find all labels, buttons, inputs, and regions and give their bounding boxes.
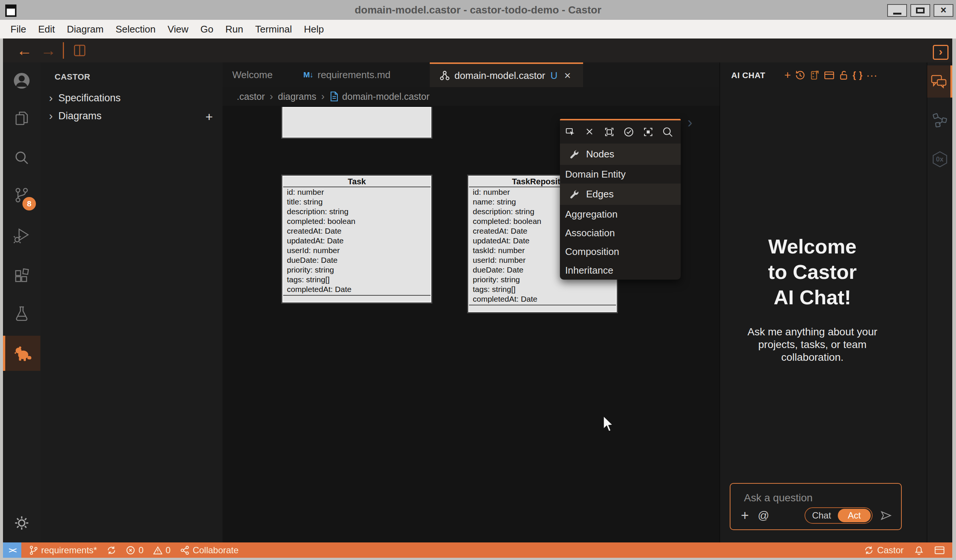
diagram-canvas[interactable]: Task id: number title: string descriptio… bbox=[223, 106, 720, 543]
status-bar: >< requirements* 0 bbox=[3, 543, 952, 558]
hex-label: 0x bbox=[931, 151, 948, 168]
bell-icon[interactable] bbox=[914, 545, 924, 555]
menu-run[interactable]: Run bbox=[220, 24, 250, 35]
sidebar-item-diagrams[interactable]: › Diagrams bbox=[45, 108, 223, 124]
menu-help[interactable]: Help bbox=[298, 24, 330, 35]
tab-welcome[interactable]: Welcome bbox=[223, 63, 294, 87]
split-editor-icon[interactable] bbox=[73, 44, 86, 57]
breadcrumb-file[interactable]: domain-model.castor bbox=[342, 91, 429, 102]
palette-item-domain-entity[interactable]: Domain Entity bbox=[560, 165, 681, 184]
ai-chat-activity-item[interactable] bbox=[927, 66, 952, 97]
braces-icon[interactable]: { } bbox=[853, 71, 863, 80]
menu-go[interactable]: Go bbox=[195, 24, 220, 35]
partial-node[interactable] bbox=[281, 107, 432, 139]
castor-activity-item[interactable] bbox=[3, 336, 40, 371]
explorer-icon[interactable] bbox=[13, 109, 30, 126]
graph-view-icon[interactable] bbox=[931, 112, 948, 129]
chevron-right-icon: › bbox=[45, 92, 57, 104]
tab-requirements[interactable]: M↓ requirements.md bbox=[294, 63, 430, 87]
send-icon[interactable] bbox=[880, 510, 892, 521]
maximize-button[interactable] bbox=[910, 4, 930, 17]
select-tool-icon[interactable] bbox=[565, 126, 576, 138]
menu-bar: File Edit Diagram Selection View Go Run … bbox=[0, 20, 956, 39]
minimize-icon bbox=[893, 13, 901, 14]
error-icon bbox=[126, 546, 135, 555]
castor-status[interactable]: Castor bbox=[864, 545, 904, 555]
add-diagram-button[interactable]: + bbox=[205, 110, 213, 123]
fit-view-icon[interactable] bbox=[604, 126, 615, 138]
menu-diagram[interactable]: Diagram bbox=[61, 24, 110, 35]
branch-status[interactable]: requirements* bbox=[29, 545, 97, 555]
chat-input-box[interactable]: Ask a question + @ Chat Act bbox=[730, 483, 902, 530]
more-actions-icon[interactable]: ··· bbox=[866, 69, 877, 81]
mode-chat-option[interactable]: Chat bbox=[805, 510, 838, 521]
menu-selection[interactable]: Selection bbox=[110, 24, 162, 35]
sidebar-item-specifications[interactable]: › Specifications bbox=[45, 90, 223, 106]
breadcrumb-castor[interactable]: .castor bbox=[237, 91, 265, 102]
collaborate-icon bbox=[180, 546, 189, 555]
palette-item-aggregation[interactable]: Aggregation bbox=[560, 205, 681, 224]
tab-bar: Welcome M↓ requirements.md domain-model.… bbox=[223, 63, 720, 87]
uml-node-task[interactable]: Task id: number title: string descriptio… bbox=[281, 174, 432, 304]
new-chat-icon[interactable]: + bbox=[784, 69, 791, 81]
file-icon bbox=[330, 91, 338, 102]
window-icon bbox=[5, 5, 16, 17]
palette-item-association[interactable]: Association bbox=[560, 224, 681, 242]
chevron-right-icon: › bbox=[270, 91, 273, 102]
minimize-button[interactable] bbox=[887, 4, 907, 17]
palette-item-inheritance[interactable]: Inheritance bbox=[560, 261, 681, 280]
wrench-icon bbox=[569, 189, 579, 200]
extensions-icon[interactable] bbox=[13, 267, 30, 284]
validate-check-icon[interactable] bbox=[623, 126, 634, 138]
error-status[interactable]: 0 bbox=[126, 545, 143, 555]
history-icon[interactable] bbox=[794, 69, 806, 81]
palette-item-composition[interactable]: Composition bbox=[560, 242, 681, 261]
warning-status[interactable]: 0 bbox=[153, 545, 171, 555]
back-arrow-icon[interactable]: ← bbox=[16, 41, 32, 60]
castor-beaver-icon bbox=[13, 344, 33, 362]
chat-header: AI CHAT + bbox=[720, 63, 927, 88]
tab-close-icon[interactable]: × bbox=[564, 69, 571, 82]
attach-plus-icon[interactable]: + bbox=[741, 509, 749, 522]
hex-tool-item[interactable]: 0x bbox=[931, 151, 948, 168]
account-icon[interactable] bbox=[13, 72, 30, 89]
palette-collapse-icon[interactable]: › bbox=[687, 114, 692, 131]
menu-terminal[interactable]: Terminal bbox=[249, 24, 298, 35]
layout-icon[interactable] bbox=[824, 69, 835, 81]
menu-file[interactable]: File bbox=[5, 24, 32, 35]
palette-section-nodes[interactable]: Nodes bbox=[560, 144, 681, 165]
panel-expand-button[interactable]: › bbox=[933, 45, 948, 60]
chat-title: AI CHAT bbox=[731, 71, 765, 80]
chat-input-placeholder[interactable]: Ask a question bbox=[744, 492, 813, 504]
test-flask-icon[interactable] bbox=[13, 305, 30, 322]
zoom-tool-icon[interactable] bbox=[662, 126, 673, 138]
mention-at-icon[interactable]: @ bbox=[758, 509, 769, 522]
remote-indicator[interactable]: >< bbox=[3, 543, 21, 558]
palette-section-edges[interactable]: Edges bbox=[560, 184, 681, 205]
menu-edit[interactable]: Edit bbox=[32, 24, 61, 35]
mode-act-option[interactable]: Act bbox=[838, 509, 871, 522]
menu-view[interactable]: View bbox=[162, 24, 195, 35]
run-debug-icon[interactable] bbox=[13, 226, 30, 243]
forward-arrow-icon[interactable]: → bbox=[40, 41, 56, 60]
sync-icon[interactable] bbox=[107, 546, 116, 555]
close-button[interactable]: × bbox=[934, 4, 953, 17]
unlock-icon[interactable] bbox=[838, 69, 849, 81]
close-icon: × bbox=[941, 5, 947, 15]
editor-area: Welcome M↓ requirements.md domain-model.… bbox=[223, 63, 720, 543]
panel-layout-icon[interactable] bbox=[934, 546, 945, 555]
tab-domain-model[interactable]: domain-model.castor U × bbox=[430, 63, 583, 87]
delete-tool-icon[interactable] bbox=[584, 126, 596, 138]
breadcrumb: .castor › diagrams › domain-model.castor bbox=[223, 87, 720, 106]
export-chat-icon[interactable] bbox=[809, 69, 820, 81]
chat-header-actions: + bbox=[784, 67, 877, 83]
search-icon[interactable] bbox=[13, 149, 30, 166]
center-view-icon[interactable] bbox=[643, 126, 654, 138]
chevron-right-icon: › bbox=[45, 110, 57, 122]
chat-welcome-block: Welcome to Castor AI Chat! Ask me anythi… bbox=[728, 234, 897, 364]
settings-gear-icon[interactable] bbox=[14, 516, 29, 530]
breadcrumb-diagrams[interactable]: diagrams bbox=[278, 91, 316, 102]
chat-mode-toggle[interactable]: Chat Act bbox=[805, 507, 873, 524]
right-activity-bar: 0x bbox=[927, 63, 952, 543]
collaborate-status[interactable]: Collaborate bbox=[180, 545, 239, 555]
